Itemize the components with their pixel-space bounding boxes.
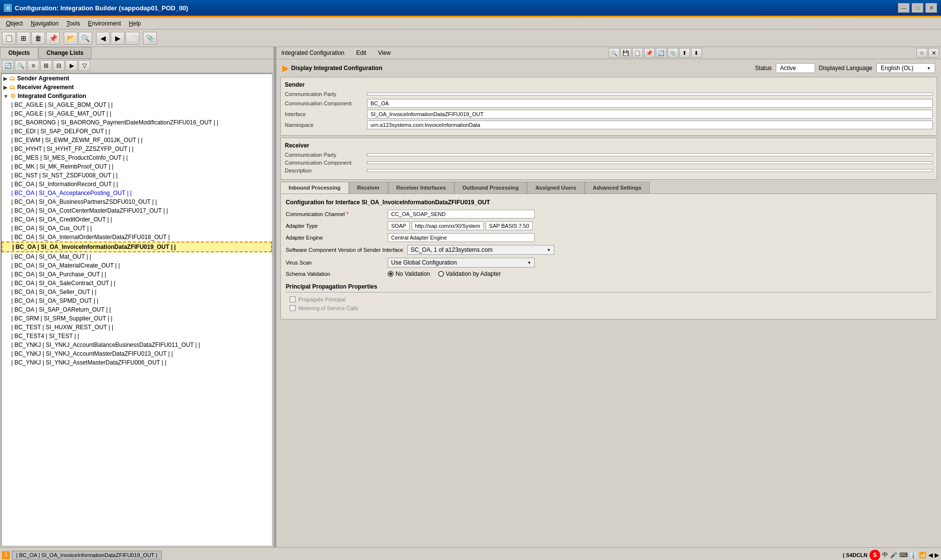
tab-objects[interactable]: Objects xyxy=(0,47,38,59)
lt-btn-refresh[interactable]: 🔄 xyxy=(2,60,14,71)
maximize-button[interactable]: □ xyxy=(912,3,923,13)
receiver-comm-party-value[interactable] xyxy=(367,153,933,156)
tree-section-sender-agreement[interactable]: ▶ 🗂 Sender Agreement xyxy=(1,74,272,83)
radio-no-validation[interactable]: No Validation xyxy=(388,270,430,277)
list-item[interactable]: | BC_YNKJ | SI_YNKJ_AccountMasterDataZFI… xyxy=(1,349,272,358)
list-item[interactable]: | BC_OA | SI_OA_CostCenterMasterDataZFIF… xyxy=(1,206,272,215)
list-item[interactable]: | BC_YNKJ | SI_YNKJ_AccountBalanceBusine… xyxy=(1,341,272,349)
lt-btn-list[interactable]: ≡ xyxy=(27,60,39,71)
lt-btn-collapse[interactable]: ⊟ xyxy=(53,60,65,71)
rt-btn-expand[interactable]: ⬆ xyxy=(679,48,690,58)
sender-comm-party-value[interactable] xyxy=(367,93,933,96)
toolbar-btn-1[interactable]: 📋 xyxy=(2,32,16,45)
tree-section-integrated[interactable]: ▼ ⚙ Integrated Configuration xyxy=(1,92,272,100)
list-item[interactable]: | BC_EWM | SI_EWM_ZEWM_RF_001JK_OUT | | xyxy=(1,136,272,145)
tab-inbound-processing[interactable]: Inbound Processing xyxy=(280,182,349,194)
list-item[interactable]: | BC_OA | SI_OA_BusinessPartnersZSDFU010… xyxy=(1,197,272,206)
list-item[interactable]: | BC_HYHT | SI_HYHT_FP_ZZSZYFP_OUT | | xyxy=(1,145,272,153)
list-item[interactable]: | BC_TEST4 | SI_TEST | | xyxy=(1,332,272,341)
receiver-description-value[interactable] xyxy=(367,169,933,172)
rt-btn-search[interactable]: 🔍 xyxy=(609,48,619,58)
config-virus-scan-value[interactable]: Use Global Configuration ▼ xyxy=(388,258,535,268)
rt-menu-edit[interactable]: Edit xyxy=(353,49,370,57)
list-item[interactable]: | BC_YNKJ | SI_YNKJ_AssetMasterDataZFIFU… xyxy=(1,358,272,367)
toolbar-back[interactable]: ◀ xyxy=(96,32,110,45)
list-item[interactable]: | BC_MES | SI_MES_ProductCoInfo_OUT | | xyxy=(1,153,272,162)
receiver-comm-component-value[interactable] xyxy=(367,161,933,164)
list-item[interactable]: | BC_OA | SI_OA_Purchase_OUT | | xyxy=(1,270,272,279)
lt-btn-search[interactable]: 🔍 xyxy=(15,60,26,71)
list-item[interactable]: | BC_OA | SI_SAP_OAReturn_OUT | | xyxy=(1,305,272,314)
config-adapter-engine-value[interactable]: Central Adapter Engine xyxy=(388,233,535,242)
config-comm-channel-value[interactable]: CC_OA_SOAP_SEND xyxy=(388,210,535,219)
list-item[interactable]: | BC_OA | SI_OA_MaterialCreate_OUT | | xyxy=(1,261,272,270)
list-item[interactable]: | BC_AGILE | SI_AGILE_MAT_OUT | | xyxy=(1,109,272,118)
status-nav-right[interactable]: ▶ xyxy=(935,552,939,559)
list-item[interactable]: | BC_OA | SI_OA_SPMD_OUT | | xyxy=(1,296,272,305)
rt-btn-collapse[interactable]: ⬇ xyxy=(691,48,702,58)
rt-btn-copy[interactable]: 📋 xyxy=(632,48,643,58)
list-item[interactable]: | BC_BAORONG | SI_BAORONG_PaymentDateMod… xyxy=(1,118,272,127)
menu-tools[interactable]: Tools xyxy=(62,19,84,28)
lang-dropdown-arrow[interactable]: ▼ xyxy=(927,66,931,71)
sender-interface-value[interactable]: SI_OA_InvoiceInformationDataZFIFU019_OUT xyxy=(367,110,933,119)
metering-service-calls-checkbox[interactable] xyxy=(290,305,296,311)
config-software-component-value[interactable]: SC_OA, 1 of a123systems.com ▼ xyxy=(407,245,554,255)
sender-comm-component-value[interactable]: BC_OA xyxy=(367,99,933,108)
close-button[interactable]: ✕ xyxy=(925,3,937,13)
toolbar-attach[interactable]: 📎 xyxy=(143,32,157,45)
menu-navigation[interactable]: Navigation xyxy=(27,19,63,28)
list-item[interactable]: | BC_OA | SI_OA_InternalOrderMasterDataZ… xyxy=(1,233,272,242)
rt-btn-attach[interactable]: 📎 xyxy=(668,48,678,58)
tab-receiver-interfaces[interactable]: Receiver Interfaces xyxy=(388,182,454,194)
toolbar-forward[interactable]: ▶ xyxy=(111,32,124,45)
adapter-type-soap[interactable]: SOAP xyxy=(388,221,410,230)
sender-namespace-value[interactable]: urn:a123systems.com:InvoiceInformationDa… xyxy=(367,121,933,129)
list-item[interactable]: | BC_TEST | SI_HUXW_REST_OUT | | xyxy=(1,323,272,332)
menu-help[interactable]: Help xyxy=(125,19,145,28)
toolbar-stop[interactable]: ⬜ xyxy=(125,32,139,45)
menu-object[interactable]: Object xyxy=(2,19,27,28)
list-item[interactable]: | BC_OA | SI_OA_AcceptancePosting_OUT | … xyxy=(1,189,272,197)
toolbar-btn-5[interactable]: 📂 xyxy=(64,32,77,45)
list-item[interactable]: | BC_OA | SI_OA_CreditOrder_OUT | | xyxy=(1,215,272,224)
rt-btn-star[interactable]: ☆ xyxy=(916,48,927,58)
list-item[interactable]: | BC_OA | SI_OA_Mat_OUT | | xyxy=(1,252,272,261)
status-nav-left[interactable]: ◀ xyxy=(928,552,933,559)
tab-receiver[interactable]: Receiver xyxy=(349,182,388,194)
toolbar-btn-2[interactable]: ⊞ xyxy=(17,32,30,45)
rt-btn-refresh[interactable]: 🔄 xyxy=(656,48,667,58)
list-item[interactable]: | BC_OA | SI_OA_Seller_OUT | | xyxy=(1,288,272,296)
list-item[interactable]: | BC_OA | SI_InformationRecord_OUT | | xyxy=(1,180,272,189)
rt-btn-x[interactable]: ✕ xyxy=(928,48,939,58)
tree-area[interactable]: ▶ 🗂 Sender Agreement ▶ 🗂 Receiver Agreem… xyxy=(1,73,272,546)
adapter-type-version[interactable]: SAP BASIS 7.50 xyxy=(486,221,533,230)
tab-outbound-processing[interactable]: Outbound Processing xyxy=(454,182,527,194)
list-item[interactable]: | BC_NST | SI_NST_ZSDFU008_OUT | | xyxy=(1,171,272,180)
minimize-button[interactable]: — xyxy=(898,3,910,13)
rt-btn-pin[interactable]: 📌 xyxy=(644,48,655,58)
list-item-selected[interactable]: | BC_OA | SI_OA_InvoiceInformationDataZF… xyxy=(1,242,272,252)
tab-advanced-settings[interactable]: Advanced Settings xyxy=(585,182,650,194)
propagate-principal-checkbox[interactable] xyxy=(290,296,296,302)
rt-btn-save[interactable]: 💾 xyxy=(620,48,631,58)
rt-menu-integrated-config[interactable]: Integrated Configuration xyxy=(278,49,347,57)
adapter-type-url[interactable]: http://sap.com/xi/XI/System xyxy=(412,221,484,230)
list-item[interactable]: | BC_AGILE | SI_AGILE_BOM_OUT | | xyxy=(1,100,272,109)
list-item[interactable]: | BC_MK | SI_MK_ReimbProof_OUT | | xyxy=(1,162,272,171)
list-item[interactable]: | BC_OA | SI_OA_Cus_OUT | | xyxy=(1,224,272,233)
toolbar-btn-3[interactable]: 🗑 xyxy=(31,32,45,45)
list-item[interactable]: | BC_SRM | SI_SRM_Supplier_OUT | | xyxy=(1,314,272,323)
toolbar-btn-4[interactable]: 📌 xyxy=(46,32,60,45)
list-item[interactable]: | BC_OA | SI_OA_SaleContract_OUT | | xyxy=(1,279,272,288)
list-item[interactable]: | BC_EDI | SI_SAP_DELFOR_OUT | | xyxy=(1,127,272,136)
rt-menu-view[interactable]: View xyxy=(375,49,394,57)
toolbar-btn-6[interactable]: 🔍 xyxy=(78,32,92,45)
radio-validation-by-adapter[interactable]: Validation by Adapter xyxy=(438,270,501,277)
tree-section-receiver-agreement[interactable]: ▶ 🗂 Receiver Agreement xyxy=(1,83,272,92)
lt-btn-expand-all[interactable]: ⊞ xyxy=(40,60,52,71)
lt-btn-info[interactable]: ▶ xyxy=(66,60,77,71)
tab-assigned-users[interactable]: Assigned Users xyxy=(527,182,584,194)
menu-environment[interactable]: Environment xyxy=(84,19,124,28)
tab-change-lists[interactable]: Change Lists xyxy=(38,47,92,59)
